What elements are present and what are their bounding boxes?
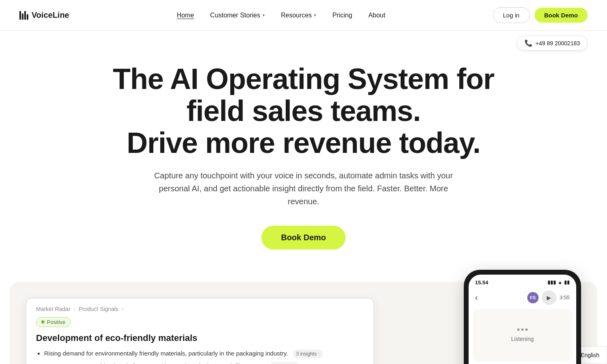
nav-link-about[interactable]: About (368, 12, 385, 19)
hero-book-demo-button[interactable]: Book Demo (261, 226, 345, 250)
hero-section: The AI Operating System for field sales … (0, 31, 607, 274)
listening-dots (517, 328, 528, 331)
phone-screen: 15.54 ▮▮▮ ▲ ▮▮ ‹ FS ▶ 3:55 (469, 275, 576, 364)
dot (521, 328, 524, 331)
logo-icon (19, 11, 28, 20)
listening-label: Listening (511, 336, 534, 342)
phone-time: 15.54 (475, 279, 488, 286)
nav-link-resources[interactable]: Resources ▾ (281, 12, 316, 19)
insight-badge: 3 insights › (293, 349, 323, 358)
card-title: Development of eco-friendly materials (36, 333, 364, 343)
demo-area: Market Radar › Product Signals › Positiv… (10, 282, 597, 364)
phone-number: +49 89 20002183 (536, 40, 580, 47)
mobile-phone: 15.54 ▮▮▮ ▲ ▮▮ ‹ FS ▶ 3:55 (464, 270, 581, 364)
hero-title: The AI Operating System for field sales … (81, 63, 526, 159)
login-button[interactable]: Log in (493, 7, 530, 23)
fs-avatar: FS (527, 292, 539, 303)
phone-status-bar: 15.54 ▮▮▮ ▲ ▮▮ (469, 275, 576, 288)
nav-link-customer-stories[interactable]: Customer Stories ▾ (210, 12, 265, 19)
language-label: English (581, 352, 599, 358)
battery-icon: ▮▮ (564, 279, 570, 285)
signal-icon: ▮▮▮ (548, 279, 556, 285)
badge-dot (41, 320, 45, 324)
logo-bar-4 (27, 14, 28, 20)
audio-time: 3:55 (560, 294, 570, 301)
list-item: Customers are searching in vain for comp… (44, 362, 364, 364)
insight-badge: 3 insights › (270, 362, 299, 364)
positive-badge: Positive (36, 317, 71, 327)
logo-bar-2 (22, 13, 23, 20)
phone-status-icons: ▮▮▮ ▲ ▮▮ (548, 279, 570, 285)
phone-nav-bar: ‹ FS ▶ 3:55 (469, 288, 576, 309)
chevron-down-icon: ▾ (314, 13, 316, 17)
breadcrumb-separator: › (74, 306, 76, 312)
breadcrumb-item-2: Product Signals (79, 306, 118, 312)
logo-bar-1 (19, 11, 21, 20)
back-button[interactable]: ‹ (475, 293, 478, 302)
nav-link-home[interactable]: Home (177, 12, 194, 19)
logo-text: VoiceLine (32, 11, 69, 20)
audio-player: FS ▶ 3:55 (527, 290, 570, 305)
navbar: VoiceLine Home Customer Stories ▾ Resour… (0, 0, 607, 31)
listening-area: Listening (473, 309, 572, 362)
breadcrumb-item-1: Market Radar (36, 306, 70, 312)
dot (517, 328, 520, 331)
chevron-right-icon: › (318, 351, 319, 357)
logo-bar-3 (24, 11, 26, 20)
phone-icon: 📞 (524, 39, 533, 47)
nav-link-pricing[interactable]: Pricing (332, 12, 352, 19)
navbar-actions: Log in Book Demo (493, 7, 588, 23)
play-button[interactable]: ▶ (542, 290, 556, 305)
desktop-card: Market Radar › Product Signals › Positiv… (26, 298, 374, 364)
nav-links: Home Customer Stories ▾ Resources ▾ Pric… (177, 12, 385, 19)
wifi-icon: ▲ (558, 279, 562, 285)
list-item: Rising demand for environmentally friend… (44, 349, 364, 358)
logo-link[interactable]: VoiceLine (19, 11, 69, 20)
chevron-down-icon: ▾ (263, 13, 265, 17)
breadcrumb: Market Radar › Product Signals › (26, 298, 374, 315)
card-body: Positive Development of eco-friendly mat… (26, 315, 374, 364)
phone-badge[interactable]: 📞 +49 89 20002183 (517, 36, 588, 51)
hero-subtitle: Capture any touchpoint with your voice i… (150, 169, 457, 208)
dot (525, 328, 528, 331)
card-list: Rising demand for environmentally friend… (36, 349, 364, 364)
book-demo-button[interactable]: Book Demo (535, 8, 588, 23)
breadcrumb-separator-2: › (122, 306, 124, 312)
